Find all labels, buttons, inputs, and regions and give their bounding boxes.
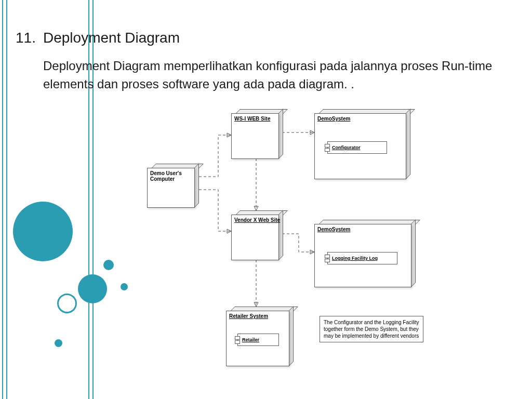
decor-circle	[121, 283, 128, 290]
component-label: Retailer	[238, 334, 278, 345]
node-label: DemoSystem	[317, 227, 350, 232]
decor-circle-ring	[57, 294, 77, 313]
component-retailer: Retailer	[237, 334, 279, 346]
component-label: Logging Facility Log	[328, 252, 397, 264]
component-label: Configurator	[328, 142, 387, 153]
node-label: Retailer System	[229, 313, 268, 319]
node-label: Vendor X Web Site	[234, 217, 280, 223]
slide-number: 11.	[16, 30, 36, 46]
node-label: DemoSystem	[317, 116, 350, 122]
node-wsi-site: WS-I WEB Site	[231, 109, 283, 159]
slide-title: Deployment Diagram	[43, 30, 180, 46]
decor-circle	[55, 339, 62, 347]
node-label: WS-I WEB Site	[234, 116, 270, 122]
deployment-diagram: WS-I WEB Site Demo User's Computer DemoS…	[143, 104, 517, 390]
slide-body: Deployment Diagram memperlihatkan konfig…	[43, 57, 511, 94]
node-demosystem-top: DemoSystem Configurator	[314, 109, 410, 179]
node-user-computer: Demo User's Computer	[147, 164, 199, 208]
accent-bar	[2, 0, 3, 399]
component-configurator: Configurator	[327, 141, 387, 154]
node-vendorx: Vendor X Web Site	[231, 210, 283, 260]
decor-circle	[78, 274, 107, 303]
decor-circle	[13, 202, 73, 261]
accent-bar	[6, 0, 7, 399]
diagram-note: The Configurator and the Logging Facilit…	[320, 316, 423, 342]
component-logging: Logging Facility Log	[327, 252, 397, 264]
node-label: Demo User's Computer	[150, 170, 197, 182]
node-demosystem-bottom: DemoSystem Logging Facility Log	[314, 220, 416, 287]
decor-circle	[103, 260, 114, 270]
node-retailer-system: Retailer System Retailer	[226, 307, 294, 366]
